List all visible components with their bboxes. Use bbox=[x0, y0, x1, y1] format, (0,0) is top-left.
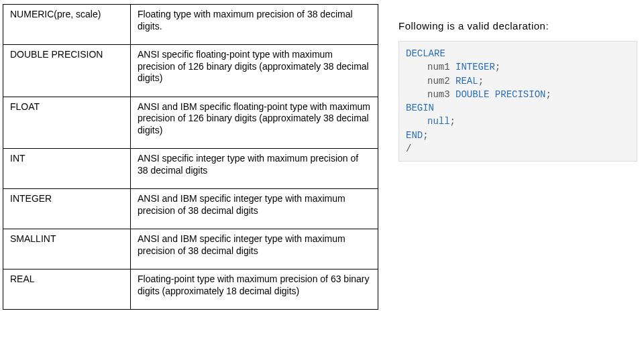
desc-cell: ANSI and IBM specific integer type with … bbox=[131, 189, 378, 229]
semicolon: ; bbox=[478, 76, 484, 86]
table-row: FLOAT ANSI and IBM specific floating-poi… bbox=[3, 97, 378, 149]
kw-type: DOUBLE PRECISION bbox=[455, 89, 545, 100]
left-column: NUMERIC(pre, scale) Floating type with m… bbox=[3, 4, 378, 358]
code-slash: / bbox=[406, 143, 411, 154]
semicolon: ; bbox=[450, 116, 455, 127]
table-row: DOUBLE PRECISION ANSI specific floating-… bbox=[3, 45, 378, 97]
table-row: NUMERIC(pre, scale) Floating type with m… bbox=[3, 5, 378, 45]
desc-cell: ANSI and IBM specific integer type with … bbox=[131, 229, 378, 269]
desc-cell: Floating type with maximum precision of … bbox=[131, 5, 378, 45]
semicolon: ; bbox=[545, 89, 551, 100]
type-cell: INTEGER bbox=[3, 189, 131, 229]
code-block: DECLARE num1 INTEGER; num2 REAL; num3 DO… bbox=[398, 41, 637, 162]
types-table: NUMERIC(pre, scale) Floating type with m… bbox=[3, 4, 378, 310]
kw-type: REAL bbox=[455, 76, 478, 86]
desc-cell: ANSI specific integer type with maximum … bbox=[131, 149, 378, 189]
kw-begin: BEGIN bbox=[406, 103, 434, 113]
semicolon: ; bbox=[423, 130, 428, 141]
desc-cell: ANSI specific floating-point type with m… bbox=[131, 45, 378, 97]
right-column: Following is a valid declaration: DECLAR… bbox=[378, 4, 637, 358]
code-var: num3 bbox=[427, 89, 450, 100]
kw-declare: DECLARE bbox=[406, 48, 445, 59]
type-cell: INT bbox=[3, 149, 131, 189]
type-cell: FLOAT bbox=[3, 97, 131, 149]
code-var: num1 bbox=[427, 62, 450, 72]
kw-type: INTEGER bbox=[455, 62, 495, 72]
desc-cell: ANSI and IBM specific floating-point typ… bbox=[131, 97, 378, 149]
type-cell: NUMERIC(pre, scale) bbox=[3, 5, 131, 45]
right-heading: Following is a valid declaration: bbox=[398, 20, 637, 32]
type-cell: SMALLINT bbox=[3, 229, 131, 269]
table-row: REAL Floating-point type with maximum pr… bbox=[3, 269, 378, 310]
kw-end: END bbox=[406, 130, 423, 141]
table-row: SMALLINT ANSI and IBM specific integer t… bbox=[3, 229, 378, 269]
desc-cell: Floating-point type with maximum precisi… bbox=[131, 269, 378, 310]
code-var: num2 bbox=[427, 76, 450, 86]
type-cell: REAL bbox=[3, 269, 131, 310]
table-row: INTEGER ANSI and IBM specific integer ty… bbox=[3, 189, 378, 229]
table-row: INT ANSI specific integer type with maxi… bbox=[3, 149, 378, 189]
kw-null: null bbox=[427, 116, 450, 127]
type-cell: DOUBLE PRECISION bbox=[3, 45, 131, 97]
semicolon: ; bbox=[495, 62, 500, 72]
